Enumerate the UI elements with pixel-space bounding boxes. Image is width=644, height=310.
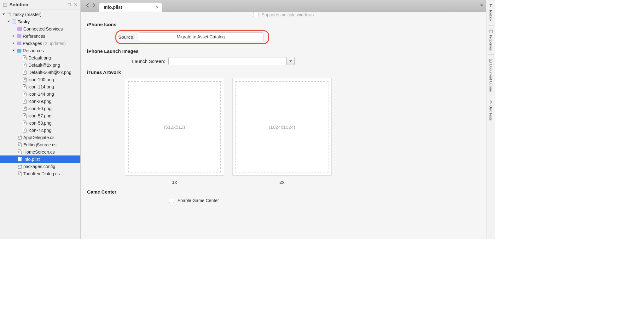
tree-label: icon-100.png [28,77,54,82]
tree-label: icon-58.png [28,121,51,126]
cutoff-label: Supports multiple windows [262,12,314,17]
tree-file[interactable]: TodoItemDialog.cs [0,170,80,177]
tree-label: icon-114.png [28,84,54,89]
panel-close-icon[interactable] [73,3,78,7]
launch-screen-combo[interactable] [168,57,295,65]
sidebar-unit-tests[interactable]: Unit Tests [488,98,494,122]
sidebar-document-outline[interactable]: Document Outline [488,57,494,94]
tree-references[interactable]: References [0,32,80,40]
sidebar-toolbox[interactable]: T Toolbox [488,2,494,23]
editor-pane: Info.plist × Supports multiple windows i… [81,0,486,239]
tree-file[interactable]: EditingSource.cs [0,141,80,148]
image-file-icon [22,113,27,118]
tree-connected-services[interactable]: Connected Services [0,25,80,32]
solution-panel: Solution Tasky (master) Tasky Connected … [0,0,81,239]
tree-file[interactable]: icon-100.png [0,76,80,83]
panel-undock-icon[interactable] [67,3,72,7]
svg-marker-10 [13,42,14,44]
svg-marker-9 [13,35,14,37]
close-tab-icon[interactable]: × [156,5,159,10]
tree-label: icon-72.png [28,128,51,133]
editor-body: Supports multiple windows iPhone Icons S… [81,12,486,239]
tree-label: Default.png [28,55,51,60]
divider [488,25,494,25]
svg-text:T: T [490,4,492,8]
chevron-right-icon[interactable] [12,35,15,38]
tree-label: Resources [23,48,44,53]
references-icon [16,34,21,39]
svg-rect-15 [489,30,492,33]
chevron-right-icon[interactable] [12,42,15,45]
launch-screen-label: Launch Screen: [87,59,165,64]
image-file-icon [22,121,27,126]
enable-game-center-checkbox[interactable] [169,198,174,203]
game-center-row: Enable Game Center [169,198,480,203]
image-file-icon [22,99,27,104]
nav-forward-icon[interactable] [92,3,96,9]
panel-title: Solution [9,2,28,7]
tree-label: Default@2x.png [28,63,60,68]
image-file-icon [22,70,27,75]
image-file-icon [22,128,27,133]
section-game-center: Game Center [87,189,480,194]
tree-file[interactable]: icon-72.png [0,127,80,134]
tree-resources[interactable]: Resources [0,47,80,54]
image-file-icon [22,84,27,89]
sidebar-properties[interactable]: Properties [488,27,494,53]
tree-file-infoplist[interactable]: Info.plist [0,155,80,163]
tree-label: EditingSource.cs [23,142,56,147]
artwork-well-2x[interactable]: (1024x1024) [232,78,332,176]
panel-header: Solution [0,0,80,9]
artwork-size-label: (1024x1024) [269,124,295,130]
tree-file[interactable]: icon-144.png [0,90,80,98]
combo-dropdown-button[interactable] [287,57,295,65]
image-file-icon [22,55,27,60]
section-itunes-artwork: iTunes Artwork [87,70,480,75]
artwork-dropzone-1x[interactable]: (512x512) [128,81,221,172]
chevron-down-icon[interactable] [2,13,5,16]
svg-rect-2 [68,3,71,6]
tree-file[interactable]: packages.config [0,163,80,170]
tree-file[interactable]: icon-29.png [0,98,80,105]
divider [488,96,494,96]
artwork-well-1x[interactable]: (512x512) [125,78,224,176]
tree-project[interactable]: Tasky [0,18,80,25]
nav-back-icon[interactable] [86,3,90,9]
tree-file[interactable]: HomeScreen.cs [0,148,80,155]
tree-file[interactable]: icon-58.png [0,119,80,127]
right-sidebar: T Toolbox Properties Document Outline Un… [486,0,495,239]
tree-file[interactable]: icon-50.png [0,105,80,112]
supports-multiple-windows-checkbox[interactable] [253,12,258,17]
tree-file[interactable]: Default@2x.png [0,61,80,69]
tree-packages[interactable]: Packages (2 updates) [0,40,80,47]
svg-rect-6 [7,13,11,16]
artwork-grid: (512x512) 1x (1024x1024) 2x [125,78,480,185]
divider [488,54,494,55]
tree-solution[interactable]: Tasky (master) [0,11,80,18]
section-iphone-icons: iPhone Icons [87,22,480,27]
editor-tab-infoplist[interactable]: Info.plist × [99,2,162,12]
svg-marker-12 [480,5,483,7]
chevron-down-icon[interactable] [12,49,15,52]
tree-file[interactable]: icon-57.png [0,112,80,119]
folder-icon [16,48,21,53]
launch-screen-input[interactable] [168,57,287,65]
tree-label: TodoItemDialog.cs [23,171,60,176]
artwork-dropzone-2x[interactable]: (1024x1024) [235,81,328,172]
packages-updates: (2 updates) [43,41,66,46]
tab-label: Info.plist [104,5,122,10]
tree-file[interactable]: AppDelegate.cs [0,134,80,141]
chevron-down-icon[interactable] [7,20,10,23]
tabs-overflow-icon[interactable] [480,3,484,8]
properties-icon [489,29,493,34]
tree-file[interactable]: Default-568h@2x.png [0,69,80,76]
tree-label: packages.config [23,164,55,169]
migrate-asset-catalog-button[interactable]: Migrate to Asset Catalog [138,32,264,41]
sidebar-label: Unit Tests [489,105,493,121]
tree-file[interactable]: icon-114.png [0,83,80,90]
enable-game-center-label: Enable Game Center [177,198,219,203]
tree-file[interactable]: Default.png [0,54,80,61]
project-icon [11,19,16,24]
artwork-label-2x: 2x [280,179,285,185]
highlight-annotation: Source: Migrate to Asset Catalog [115,30,269,44]
